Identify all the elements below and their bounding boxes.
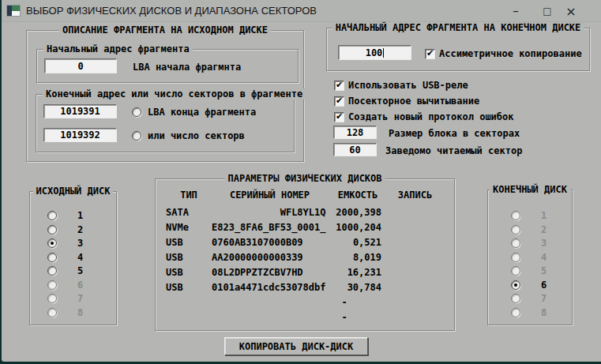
dest-disk-row-7: 7 [511, 293, 547, 303]
source-disk-radio-2[interactable] [47, 225, 57, 235]
dest-disk-label-8[interactable]: 8 [541, 307, 547, 318]
start-lba-input[interactable]: 0 [44, 58, 117, 73]
disk-serial [212, 312, 328, 323]
dest-disk-label-2[interactable]: 2 [541, 224, 547, 235]
usb-relay-label[interactable]: Использовать USB-реле [348, 80, 468, 91]
dest-disk-row-6: 6 [511, 280, 547, 290]
sector-read-row: Посекторное вычитывание [334, 96, 479, 107]
dest-disk-radio-1[interactable] [511, 211, 520, 220]
app-icon-green-pane [12, 6, 20, 11]
dest-disk-radio-4[interactable] [511, 253, 520, 262]
disk-serial [212, 297, 328, 308]
dest-disk-radio-2[interactable] [511, 225, 520, 235]
group-dest-fragment-title: НАЧАЛЬНЫЙ АДРЕС ФРАГМЕНТА НА КОНЕЧНОМ ДИ… [332, 22, 584, 33]
source-disk-label-4[interactable]: 4 [77, 252, 83, 263]
source-disk-label-3[interactable]: 3 [77, 238, 83, 249]
sector-count-radio-label[interactable]: или число секторв [148, 130, 245, 141]
source-disk-label-8[interactable]: 8 [77, 307, 83, 318]
sector-read-label[interactable]: Посекторное вычитывание [348, 96, 479, 107]
minimize-button[interactable]: – [505, 2, 526, 21]
disk-write [381, 267, 449, 278]
disk-write [381, 252, 449, 263]
usb-relay-checkbox[interactable] [334, 81, 344, 91]
end-lba-radio-label[interactable]: LBA конца фрагмента [148, 107, 256, 118]
source-disk-label-2[interactable]: 2 [77, 224, 83, 235]
source-disk-row-2: 2 [47, 224, 83, 235]
disk-capacity: - [334, 312, 381, 323]
dest-disk-label-4[interactable]: 4 [541, 252, 547, 263]
disk-type: USB [166, 282, 212, 293]
source-disk-row-8: 8 [47, 307, 83, 317]
group-disk-table-title: ПАРАМЕТРЫ ФИЗИЧЕСКИХ ДИСКОВ [224, 173, 385, 184]
block-size-value: 128 [347, 127, 364, 138]
dest-start-value: 100 [366, 47, 383, 58]
group-source-disk-title: ИСХОДНЫЙ ДИСК [33, 186, 114, 197]
dest-disk-label-1[interactable]: 1 [541, 210, 547, 221]
source-disk-radio-8[interactable] [47, 308, 57, 317]
row-gap [328, 207, 334, 218]
sector-count-input[interactable]: 1019392 [43, 128, 117, 142]
dest-disk-radio-8[interactable] [511, 308, 520, 317]
start-lba-value: 0 [77, 61, 83, 72]
source-disk-row-4: 4 [47, 252, 83, 262]
dest-disk-label-6[interactable]: 6 [541, 280, 547, 291]
group-end-address: Конечный адрес или число секторов в фраг… [36, 94, 295, 152]
source-disk-radio-4[interactable] [47, 253, 57, 262]
dest-disk-radio-3[interactable] [511, 238, 520, 248]
sector-read-checkbox[interactable] [334, 96, 344, 107]
sector-count-radio[interactable] [132, 131, 141, 141]
dest-disk-radio-6[interactable] [511, 280, 520, 290]
dest-disk-row-4: 4 [511, 252, 547, 262]
dest-disk-label-7[interactable]: 7 [541, 293, 547, 304]
window-title: ВЫБОР ФИЗИЧЕСКИХ ДИСКОВ И ДИАПАЗОНА СЕКТ… [26, 5, 317, 17]
maximize-button[interactable]: □ [537, 2, 558, 21]
usb-relay-row: Использовать USB-реле [334, 80, 468, 91]
source-disk-radio-7[interactable] [47, 294, 57, 303]
known-sector-input[interactable]: 60 [333, 143, 377, 156]
end-lba-input[interactable]: 1019391 [43, 104, 117, 118]
source-disk-label-7[interactable]: 7 [77, 293, 83, 304]
asymmetric-copy-checkbox[interactable] [425, 49, 435, 59]
dest-start-input[interactable]: 100 [338, 45, 411, 60]
asymmetric-copy-label[interactable]: Ассиметричное копирование [439, 48, 582, 59]
block-size-input[interactable]: 128 [333, 126, 377, 139]
titlebar: ВЫБОР ФИЗИЧЕСКИХ ДИСКОВ И ДИАПАЗОНА СЕКТ… [2, 0, 601, 22]
disk-write [381, 222, 449, 233]
disk-write [381, 297, 449, 308]
source-disk-radio-1[interactable] [47, 211, 57, 220]
source-disk-radio-6[interactable] [47, 280, 57, 290]
disk-serial: WFL8YL1Q [212, 207, 328, 218]
new-log-checkbox[interactable] [334, 112, 344, 122]
header-gap [328, 190, 334, 201]
source-disk-radio-5[interactable] [47, 266, 57, 276]
dest-disk-radio-7[interactable] [511, 294, 520, 303]
dest-disk-radio-5[interactable] [511, 266, 520, 276]
dest-disk-row-8: 8 [511, 307, 547, 317]
known-sector-label: Заведомо читаемый сектор [385, 145, 522, 156]
source-disk-radio-3[interactable] [47, 238, 57, 248]
dest-disk-row-3: 3 [511, 238, 547, 248]
disk-serial: 0760AB3107000B09 [212, 237, 328, 248]
source-disk-label-5[interactable]: 5 [77, 265, 83, 276]
dest-disk-label-3[interactable]: 3 [541, 238, 547, 249]
disk-capacity: 0,521 [334, 237, 381, 248]
row-gap [328, 282, 334, 293]
table-row: USB 0101a4471cdc53078dbf 30,784 [166, 282, 449, 293]
disk-capacity: 16,231 [334, 267, 381, 278]
copy-disk-to-disk-button[interactable]: КОПИРОВАТЬ ДИСК-ДИСК [224, 337, 368, 355]
source-disk-label-1[interactable]: 1 [77, 210, 83, 221]
end-lba-radio[interactable] [132, 107, 141, 117]
disk-write [381, 207, 449, 218]
block-size-label: Размер блока в секторах [389, 128, 520, 139]
row-gap [328, 297, 334, 308]
source-disk-label-6[interactable]: 6 [77, 280, 83, 291]
dest-disk-label-5[interactable]: 5 [541, 265, 547, 276]
disk-type: USB [166, 267, 212, 278]
disk-type: USB [166, 252, 212, 263]
group-dest-disk-title: КОНЕЧНЫЙ ДИСК [490, 184, 570, 195]
header-capacity: ЕМКОСТЬ [334, 190, 381, 201]
source-disk-row-1: 1 [47, 210, 83, 220]
new-log-label[interactable]: Создать новый протокол ошибок [348, 111, 514, 122]
close-button[interactable]: × [561, 2, 581, 21]
disk-serial: 08L2DPPZTZCBV7HD [212, 267, 328, 278]
